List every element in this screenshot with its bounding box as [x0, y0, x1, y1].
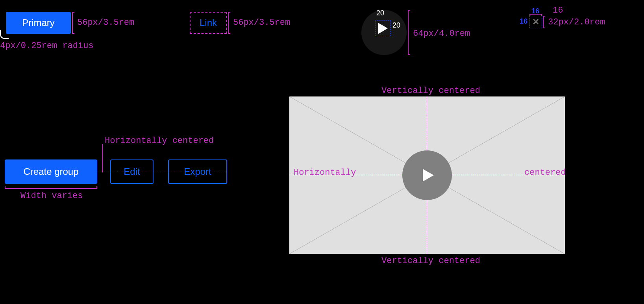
radius-indicator — [0, 30, 9, 39]
icon-height-dim: 20 — [392, 21, 400, 30]
dim-bracket — [543, 16, 545, 28]
hcenter-label: Horizontally — [294, 168, 356, 178]
hcenter-label: centered — [524, 168, 566, 178]
width-label: Width varies — [20, 191, 83, 201]
play-icon — [378, 23, 388, 34]
dim-bracket — [228, 12, 230, 34]
link-button-label: Link — [200, 17, 217, 28]
close-button[interactable]: ✕ — [529, 16, 542, 28]
button-label: Edit — [124, 166, 140, 177]
button-label: Create group — [23, 166, 78, 177]
hcenter-label: Horizontally centered — [105, 136, 214, 146]
dim-bracket — [408, 10, 410, 55]
dim-bracket — [529, 14, 542, 16]
vcenter-label: Vertically centered — [381, 256, 480, 266]
primary-button[interactable]: Primary — [6, 12, 71, 34]
dim-bracket — [72, 12, 74, 34]
close-icon: ✕ — [532, 17, 539, 27]
export-button[interactable]: Export — [168, 159, 227, 184]
icon-width-dim: 20 — [376, 9, 384, 17]
dim-label: 56px/3.5rem — [233, 18, 290, 28]
create-group-button[interactable]: Create group — [5, 159, 97, 184]
dim-label: 32px/2.0rem — [548, 17, 605, 27]
dim-bracket — [5, 186, 97, 189]
button-label: Export — [184, 166, 211, 177]
video-play-button[interactable] — [402, 150, 452, 200]
dim-label: 16 — [553, 6, 563, 15]
leader-line — [102, 144, 103, 172]
icon-height-dim: 16 — [520, 17, 527, 26]
primary-button-label: Primary — [22, 17, 55, 28]
play-icon — [423, 169, 434, 182]
dim-label: 56px/3.5rem — [77, 18, 134, 28]
radius-label: 4px/0.25rem radius — [0, 41, 94, 51]
vcenter-label: Vertically centered — [381, 86, 480, 96]
edit-button[interactable]: Edit — [110, 159, 154, 184]
link-button[interactable]: Link — [190, 12, 227, 34]
dim-label: 64px/4.0rem — [413, 29, 470, 39]
